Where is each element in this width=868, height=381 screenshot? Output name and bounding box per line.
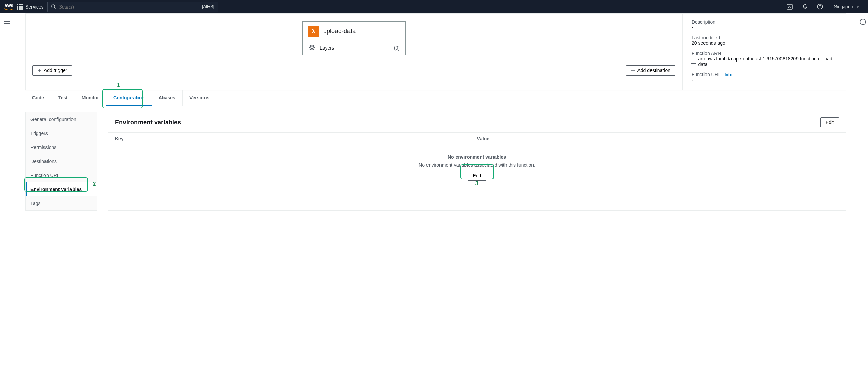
search-icon [51, 4, 56, 9]
grid-icon [17, 4, 23, 10]
config-side-nav: General configuration Triggers Permissio… [25, 112, 97, 211]
arn-label: Function ARN [692, 51, 837, 56]
svg-line-1 [54, 8, 56, 9]
diagram-area: upload-data Layers (0) Add trigger [26, 14, 682, 90]
hamburger-icon[interactable] [4, 19, 10, 24]
nav-permissions[interactable]: Permissions [26, 140, 97, 154]
search-input[interactable] [59, 4, 214, 10]
last-modified-value: 20 seconds ago [692, 40, 837, 46]
empty-edit-button[interactable]: Edit [468, 171, 486, 181]
function-tabs: Code Test Monitor Configuration Aliases … [25, 90, 846, 106]
edit-button[interactable]: Edit [820, 117, 839, 127]
tab-monitor[interactable]: Monitor [75, 90, 106, 106]
nav-function-url[interactable]: Function URL [26, 168, 97, 182]
configuration-body: General configuration Triggers Permissio… [25, 112, 846, 211]
tab-aliases[interactable]: Aliases [152, 90, 183, 106]
function-overview: upload-data Layers (0) Add trigger [25, 13, 846, 90]
add-destination-button[interactable]: Add destination [626, 65, 675, 76]
annotation-label-3: 3 [475, 180, 478, 187]
nav-env-vars[interactable]: Environment variables [26, 182, 97, 196]
copy-icon[interactable] [692, 59, 696, 64]
nav-destinations[interactable]: Destinations [26, 154, 97, 168]
region-label: Singapore [834, 4, 854, 9]
services-menu[interactable]: Services [17, 4, 44, 10]
help-icon[interactable] [814, 0, 826, 13]
global-header: aws Services [Alt+S] Singapore [0, 0, 868, 13]
table-header: Key Value [108, 133, 846, 145]
url-label: Function URL [692, 72, 721, 77]
tab-versions[interactable]: Versions [183, 90, 216, 106]
nav-triggers[interactable]: Triggers [26, 126, 97, 140]
region-selector[interactable]: Singapore [829, 4, 864, 9]
empty-message: No environment variables associated with… [419, 162, 535, 168]
arn-value: arn:aws:lambda:ap-southeast-1:6157008182… [698, 56, 837, 67]
tab-configuration[interactable]: Configuration [106, 90, 152, 106]
panel-title: Environment variables [115, 119, 181, 126]
url-value: - [692, 77, 837, 83]
services-label: Services [25, 4, 44, 10]
aws-logo[interactable]: aws [4, 3, 14, 11]
description-label: Description [692, 19, 837, 25]
env-vars-panel: Environment variables Edit Key Value No … [108, 112, 846, 211]
tab-code[interactable]: Code [25, 90, 51, 106]
tab-test[interactable]: Test [51, 90, 75, 106]
cloudshell-icon[interactable] [784, 0, 795, 13]
layers-count: (0) [394, 45, 400, 51]
function-name: upload-data [323, 28, 356, 35]
right-rail: i [858, 13, 868, 211]
info-link[interactable]: Info [725, 72, 732, 77]
nav-general[interactable]: General configuration [26, 112, 97, 126]
notifications-icon[interactable] [799, 0, 811, 13]
info-circle-icon[interactable]: i [860, 19, 866, 25]
layers-row[interactable]: Layers (0) [303, 41, 405, 55]
layers-label: Layers [320, 45, 334, 51]
plus-icon [631, 68, 635, 72]
nav-tags[interactable]: Tags [26, 196, 97, 210]
layers-icon [308, 44, 316, 51]
col-key: Key [115, 136, 477, 141]
description-value: - [692, 25, 837, 30]
search-shortcut: [Alt+S] [202, 4, 214, 9]
svg-point-0 [52, 5, 55, 8]
function-card[interactable]: upload-data Layers (0) [302, 21, 406, 55]
left-rail [0, 13, 14, 211]
add-trigger-button[interactable]: Add trigger [32, 65, 72, 76]
chevron-down-icon [856, 6, 859, 8]
main-content: upload-data Layers (0) Add trigger [14, 13, 858, 211]
global-search[interactable]: [Alt+S] [47, 2, 218, 12]
last-modified-label: Last modified [692, 35, 837, 40]
lambda-icon [308, 26, 319, 37]
meta-panel: Description - Last modified 20 seconds a… [682, 14, 846, 90]
col-value: Value [477, 136, 839, 141]
empty-title: No environment variables [448, 154, 506, 160]
plus-icon [38, 68, 42, 72]
empty-state: No environment variables No environment … [108, 145, 846, 194]
